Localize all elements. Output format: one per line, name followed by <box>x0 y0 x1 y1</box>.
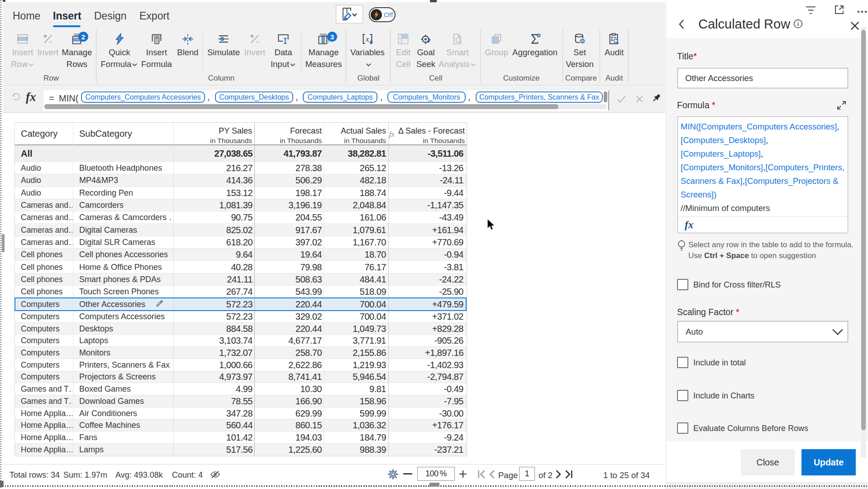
svg-text:x: x <box>365 34 369 43</box>
